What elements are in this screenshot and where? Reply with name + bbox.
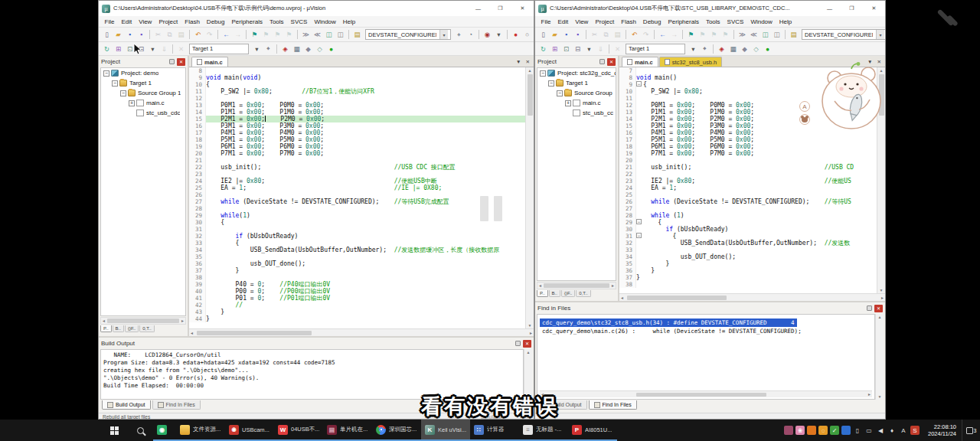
save-icon[interactable]: ▪ [561, 30, 571, 40]
flag-config-icon[interactable]: ▤ [789, 30, 799, 40]
pack-installer-icon[interactable]: ● [326, 44, 336, 54]
tray-icon-monitor[interactable]: ▭ [864, 426, 874, 435]
batch-caret-icon[interactable]: ▾ [584, 44, 594, 54]
panel-side-tab[interactable]: 0,T.. [576, 290, 590, 297]
scroll-right-icon[interactable]: ► [529, 331, 533, 335]
tab-list-icon[interactable]: ▼ [516, 59, 521, 65]
minimize-icon[interactable]: — [469, 2, 488, 15]
tray-icon-flower[interactable]: ❀ [795, 426, 805, 435]
tray-icon-mic[interactable]: ♦ [887, 426, 897, 435]
tray-icon-orange[interactable] [807, 426, 816, 435]
tree-item[interactable]: +main.c [101, 98, 185, 108]
tree-item[interactable]: −Target 1 [101, 78, 185, 88]
taskbar-app-explorer[interactable]: 文件资源... [176, 420, 225, 441]
scroll-left-icon[interactable]: ◄ [102, 318, 106, 323]
menu-view[interactable]: View [136, 18, 155, 25]
pack-installer-icon[interactable]: ● [763, 44, 773, 54]
rebuild-icon[interactable]: ⊡ [561, 44, 571, 54]
editor-hscrollbar[interactable]: ◄ ► [189, 328, 534, 336]
expand-icon[interactable]: + [565, 100, 571, 106]
bookmark-prev-icon[interactable]: ⚑ [261, 30, 271, 40]
indent-icon[interactable]: ≫ [301, 30, 311, 40]
collapse-icon[interactable]: − [103, 70, 109, 77]
collapse-icon[interactable]: − [557, 90, 563, 96]
collapse-icon[interactable]: − [540, 70, 546, 77]
titlebar-right[interactable]: µ C:\Users\Administrator\Desktop\04.USB不… [535, 1, 885, 16]
minimize-icon[interactable]: — [820, 2, 839, 15]
chevron-down-icon[interactable]: ▾ [439, 30, 448, 39]
taskbar-app-chrome[interactable]: 深圳国芯... [372, 420, 421, 441]
menu-view[interactable]: View [572, 18, 592, 25]
scroll-thumb[interactable] [544, 283, 609, 288]
panel-side-tab[interactable]: 0,T.. [139, 325, 154, 332]
nav-back-icon[interactable]: ← [658, 30, 668, 40]
taskbar-app-calc[interactable]: ∷计算器 [470, 420, 519, 441]
menu-help[interactable]: Help [339, 18, 358, 25]
nav-back-icon[interactable]: ← [221, 30, 231, 40]
titlebar-left[interactable]: µ C:\Users\Administrator\Desktop\04.USB不… [99, 1, 534, 16]
maximize-icon[interactable]: ❐ [842, 2, 861, 15]
start-button[interactable] [101, 420, 127, 441]
indent-icon[interactable]: ≫ [737, 30, 747, 40]
notification-center[interactable]: 3 [962, 420, 980, 441]
target-combo[interactable]: Target 1 [189, 44, 249, 54]
panel-side-tab[interactable]: {}F.. [125, 325, 139, 332]
uncomment-icon[interactable]: ◫ [335, 30, 345, 40]
scroll-thumb[interactable] [197, 331, 312, 335]
menu-flash[interactable]: Flash [618, 18, 640, 25]
debug-settings-icon[interactable]: ▦ [728, 44, 738, 54]
comment-icon[interactable]: ◫ [324, 30, 334, 40]
scroll-left-icon[interactable]: ◄ [620, 296, 624, 300]
panel-close-icon[interactable]: ✕ [523, 340, 531, 348]
save-icon[interactable]: ▪ [125, 30, 135, 40]
scroll-right-icon[interactable]: ► [611, 283, 615, 288]
cut-icon[interactable]: ✂ [590, 30, 599, 40]
menu-peripherals[interactable]: Peripherals [665, 18, 702, 25]
batch-build-icon[interactable]: ⊟ [573, 44, 583, 54]
scroll-up-icon[interactable]: ▲ [527, 350, 531, 354]
redo-icon[interactable]: ↷ [204, 30, 214, 40]
tree-item[interactable]: −Project: stc32g_cdc_q [537, 68, 616, 78]
redo-icon[interactable]: ↷ [641, 30, 651, 40]
pin-icon[interactable] [515, 341, 521, 346]
paste-icon[interactable]: ▤ [176, 30, 186, 40]
menu-peripherals[interactable]: Peripherals [228, 18, 266, 25]
options-wand-icon[interactable]: ⌖ [263, 44, 273, 54]
breakpoint-enable-icon[interactable]: ○ [522, 30, 532, 40]
target-caret-icon[interactable]: ▾ [688, 44, 698, 54]
taskbar-app-usbcam[interactable]: ◉USBcam... [225, 420, 274, 441]
taskbar-app-wechat[interactable]: ◉ [153, 420, 176, 441]
scroll-left-icon[interactable]: ◄ [190, 331, 194, 335]
taskbar-app-pdf[interactable]: PAI8051U... [568, 420, 617, 441]
tree-item[interactable]: −Target 1 [537, 78, 616, 88]
scroll-right-icon[interactable]: ► [181, 318, 185, 323]
tree-item[interactable]: stc_usb_cdc [101, 108, 185, 118]
outdent-icon[interactable]: ≪ [312, 30, 322, 40]
collapse-icon[interactable]: − [548, 80, 554, 87]
panel-side-tab[interactable]: B.. [549, 290, 560, 297]
pin-icon[interactable] [169, 59, 175, 64]
tray-icon-check[interactable]: ✓ [830, 426, 839, 435]
menu-svcs[interactable]: SVCS [724, 18, 747, 25]
outdent-icon[interactable]: ≪ [749, 30, 759, 40]
copy-icon[interactable]: ⧉ [165, 30, 175, 40]
panel-close-icon[interactable]: ✕ [607, 58, 616, 66]
bookmark-clear-icon[interactable]: ⚑ [284, 30, 294, 40]
tree-item[interactable]: +main.c [537, 98, 616, 108]
copy-icon[interactable]: ⧉ [601, 30, 611, 40]
options-wand-icon[interactable]: ⌖ [700, 44, 710, 54]
new-file-icon[interactable]: ▯ [102, 30, 112, 40]
panel-side-tab[interactable]: P.. [100, 325, 112, 332]
uncomment-icon[interactable]: ◫ [772, 30, 782, 40]
menu-file[interactable]: File [101, 18, 118, 25]
tray-icon-blue[interactable] [841, 426, 851, 435]
tray-icon-a[interactable]: A [899, 426, 908, 435]
menu-tools[interactable]: Tools [266, 18, 287, 25]
nav-forward-icon[interactable]: → [669, 30, 679, 40]
scroll-up-icon[interactable]: ▲ [878, 315, 882, 319]
project-hscrollbar[interactable]: ◄ ► [537, 282, 616, 289]
flash-config-icon[interactable]: ◇ [315, 44, 325, 54]
chevron-down-icon[interactable]: ▾ [876, 30, 884, 39]
build-icon[interactable]: ⊞ [113, 44, 123, 54]
taskbar-app-mcu[interactable]: ▤单片机在... [323, 420, 372, 441]
